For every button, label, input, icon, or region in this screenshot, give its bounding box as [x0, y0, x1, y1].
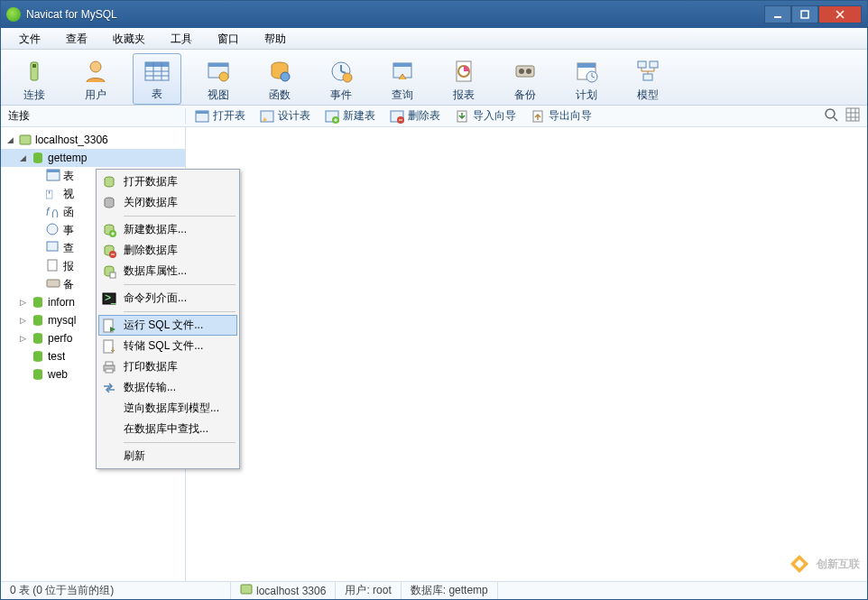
- context-label: 数据传输...: [124, 380, 230, 395]
- menu-favorites[interactable]: 收藏夹: [100, 28, 158, 49]
- transfer-icon: [102, 381, 116, 395]
- queries-icon: [46, 241, 60, 255]
- close-button[interactable]: [818, 5, 862, 23]
- action-design-table[interactable]: 设计表: [260, 108, 310, 124]
- action-delete-table[interactable]: 删除表: [390, 108, 440, 124]
- tool-connection[interactable]: 连接: [10, 53, 59, 105]
- tool-report[interactable]: 报表: [439, 53, 488, 105]
- context-item[interactable]: 删除数据库: [98, 240, 237, 261]
- maximize-button[interactable]: [791, 5, 818, 23]
- search-icon[interactable]: [824, 107, 838, 125]
- action-import-wizard[interactable]: 导入向导: [455, 108, 516, 124]
- menu-file[interactable]: 文件: [6, 28, 53, 49]
- context-item[interactable]: 转储 SQL 文件...: [98, 336, 237, 356]
- svg-rect-6: [145, 62, 169, 67]
- context-item[interactable]: 打开数据库: [98, 171, 237, 192]
- context-label: 在数据库中查找...: [124, 421, 230, 437]
- context-menu: 打开数据库关闭数据库新建数据库...删除数据库数据库属性...>_命令列介面..…: [96, 169, 240, 469]
- expand-icon[interactable]: ▷: [17, 316, 28, 325]
- action-export-wizard[interactable]: 导出向导: [531, 108, 592, 124]
- svg-point-26: [526, 69, 531, 74]
- db-close-icon: [102, 196, 116, 210]
- db-prop-icon: [102, 264, 116, 279]
- database-icon: [31, 331, 45, 346]
- context-item[interactable]: >_命令列介面...: [98, 288, 237, 309]
- svg-text:⍞: ⍞: [46, 188, 53, 199]
- context-item[interactable]: 新建数据库...: [98, 219, 237, 240]
- expand-icon[interactable]: ▷: [17, 334, 28, 343]
- tool-model[interactable]: 模型: [623, 53, 672, 105]
- svg-rect-82: [106, 369, 113, 373]
- tree-label: test: [48, 350, 65, 363]
- content-area: [186, 127, 867, 581]
- expand-icon[interactable]: ◢: [17, 153, 28, 162]
- minimize-button[interactable]: [764, 5, 791, 23]
- views-icon: ⍞: [46, 187, 60, 201]
- watermark-text: 创新互联: [817, 557, 860, 572]
- context-separator: [124, 442, 235, 443]
- svg-rect-12: [208, 63, 228, 67]
- tree-label: 事: [63, 223, 74, 238]
- context-label: 刷新: [124, 448, 230, 464]
- context-item[interactable]: 数据传输...: [98, 377, 237, 398]
- context-item[interactable]: 逆向数据库到模型...: [98, 398, 237, 419]
- expand-icon[interactable]: ▷: [17, 298, 28, 307]
- tree-connection[interactable]: ◢ localhost_3306: [1, 131, 185, 149]
- tool-event[interactable]: 事件: [317, 53, 365, 105]
- action-new-table[interactable]: 新建表: [325, 108, 375, 124]
- sub-toolbar: 连接 打开表 设计表 新建表 删除表 导入向导 导出向导: [1, 106, 867, 127]
- tree-label: perfo: [48, 332, 72, 345]
- tool-label: 视图: [208, 88, 229, 103]
- tool-function[interactable]: 函数: [255, 53, 304, 105]
- context-label: 删除数据库: [124, 243, 230, 258]
- tree-label: 备: [63, 277, 74, 292]
- watermark: 创新互联: [788, 552, 860, 576]
- report-icon: [449, 57, 478, 86]
- sql-run-icon: [102, 318, 116, 333]
- svg-text:>_: >_: [105, 291, 116, 304]
- menu-window[interactable]: 窗口: [205, 28, 252, 49]
- tool-label: 模型: [637, 88, 659, 103]
- tool-label: 用户: [85, 88, 106, 103]
- context-item[interactable]: 在数据库中查找...: [98, 419, 237, 439]
- export-icon: [531, 109, 545, 124]
- context-item[interactable]: 打印数据库: [98, 356, 237, 377]
- expand-icon[interactable]: ◢: [5, 135, 15, 144]
- tree-label: gettemp: [48, 152, 87, 164]
- watermark-icon: [788, 552, 811, 576]
- context-item[interactable]: 关闭数据库: [98, 192, 237, 213]
- svg-point-13: [219, 72, 228, 81]
- tool-query[interactable]: 查询: [378, 53, 427, 105]
- tree-label: 查: [63, 241, 74, 256]
- functions-icon: f(): [46, 205, 60, 219]
- open-table-icon: [195, 109, 209, 124]
- tool-user[interactable]: 用户: [71, 53, 120, 105]
- db-open-icon: [102, 175, 116, 189]
- function-icon: [265, 57, 294, 86]
- tool-backup[interactable]: 备份: [501, 53, 549, 105]
- tool-label: 计划: [576, 88, 597, 103]
- context-label: 数据库属性...: [124, 263, 230, 279]
- status-count: 0 表 (0 位于当前的组): [1, 582, 231, 599]
- menu-help[interactable]: 帮助: [252, 28, 299, 49]
- tool-table[interactable]: 表: [133, 53, 181, 105]
- server-icon: [240, 583, 253, 598]
- tool-schedule[interactable]: 计划: [562, 53, 611, 105]
- menu-tools[interactable]: 工具: [158, 28, 205, 49]
- context-separator: [124, 311, 235, 312]
- backup-icon: [511, 57, 540, 86]
- tree-database-selected[interactable]: ◢ gettemp: [1, 149, 185, 167]
- tool-view[interactable]: 视图: [194, 53, 243, 105]
- context-item[interactable]: 运行 SQL 文件...: [98, 315, 237, 336]
- tree-label: inforn: [48, 296, 75, 309]
- context-item[interactable]: 数据库属性...: [98, 261, 237, 282]
- svg-rect-59: [47, 242, 58, 251]
- app-icon: [6, 7, 21, 22]
- action-open-table[interactable]: 打开表: [195, 108, 245, 124]
- tool-label: 备份: [514, 88, 536, 103]
- menu-view[interactable]: 查看: [53, 28, 100, 49]
- context-item[interactable]: 刷新: [98, 446, 237, 466]
- blank-icon: [102, 449, 116, 464]
- svg-rect-37: [261, 111, 273, 122]
- grid-icon[interactable]: [845, 107, 860, 125]
